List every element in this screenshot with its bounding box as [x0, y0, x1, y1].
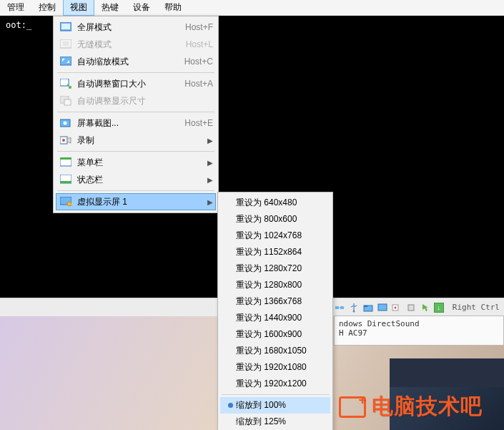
autosize-icon — [59, 78, 73, 89]
record-icon — [59, 135, 73, 146]
menu-virtual-display-1[interactable]: 虚拟显示屏 1 ▶ — [56, 193, 216, 210]
menu-item-label: 菜单栏 — [77, 157, 206, 169]
menu-statusbar[interactable]: 状态栏 ▶ — [56, 171, 216, 188]
menu-seamless: 无缝模式 Host+L — [56, 36, 216, 53]
menu-separator — [57, 151, 214, 152]
menu-screenshot[interactable]: 屏幕截图... Host+E — [56, 114, 216, 132]
menu-item-label: 无缝模式 — [77, 39, 170, 51]
terminal-text: oot:_ — [6, 20, 31, 30]
fullscreen-icon — [59, 21, 73, 33]
menu-item-label: 全屏模式 — [77, 21, 170, 34]
submenu-arrow-icon: ▶ — [206, 176, 213, 184]
menu-separator — [222, 394, 329, 395]
scale-100[interactable]: 缩放到 100% — [220, 397, 330, 414]
menu-manage[interactable]: 管理 — [0, 0, 31, 16]
menu-item-label: 自动调整窗口大小 — [77, 78, 170, 90]
status-shared-folder-icon[interactable] — [362, 302, 374, 313]
status-display-icon[interactable] — [377, 302, 388, 313]
menu-item-label: 自动调整显示尺寸 — [77, 95, 170, 107]
resize-1920x1200[interactable]: 重设为 1920x1200 — [220, 376, 330, 392]
submenu-label: 缩放到 125% — [236, 416, 286, 428]
menubar-toggle-icon — [59, 157, 73, 168]
svg-rect-22 — [340, 306, 344, 309]
submenu-label: 重设为 1920x1200 — [236, 378, 307, 390]
menu-auto-resize-window[interactable]: 自动调整窗口大小 Host+A — [56, 75, 216, 92]
menu-item-shortcut: Host+A — [170, 79, 213, 89]
audio-info-line: H AC97 — [339, 328, 499, 338]
svg-rect-21 — [335, 306, 339, 309]
svg-rect-30 — [408, 305, 414, 311]
resize-1366x768[interactable]: 重设为 1366x768 — [220, 293, 330, 310]
resize-guest-icon — [59, 95, 73, 107]
hostkey-label: Right Ctrl — [453, 303, 500, 312]
menu-view[interactable]: 视图 — [63, 0, 94, 16]
menu-help[interactable]: 帮助 — [157, 0, 189, 16]
resize-1280x720[interactable]: 重设为 1280x720 — [220, 260, 330, 277]
host-desktop-fragment — [390, 358, 504, 387]
status-record-icon[interactable] — [391, 302, 402, 313]
audio-info-panel: ndows DirectSound H AC97 — [334, 316, 504, 346]
virtual-display-submenu: 重设为 640x480 重设为 800x600 重设为 1024x768 重设为… — [217, 192, 333, 430]
menu-fullscreen[interactable]: 全屏模式 Host+F — [56, 19, 216, 36]
svg-rect-3 — [63, 41, 69, 46]
menu-control[interactable]: 控制 — [31, 0, 63, 16]
menu-item-shortcut: Host+F — [170, 22, 213, 32]
menu-separator — [57, 72, 214, 73]
menu-record[interactable]: 录制 ▶ — [56, 132, 216, 149]
svg-point-17 — [67, 202, 71, 206]
resize-1024x768[interactable]: 重设为 1024x768 — [220, 228, 330, 244]
status-cpu-icon[interactable] — [405, 302, 417, 313]
submenu-label: 重设为 1152x864 — [236, 246, 302, 258]
submenu-arrow-icon: ▶ — [206, 137, 213, 145]
resize-1280x800[interactable]: 重设为 1280x800 — [220, 277, 330, 293]
resize-800x600[interactable]: 重设为 800x600 — [220, 211, 330, 228]
resize-1440x900[interactable]: 重设为 1440x900 — [220, 310, 330, 326]
menu-item-label: 虚拟显示屏 1 — [77, 196, 206, 208]
watermark-text: 电脑技术吧 — [372, 392, 483, 421]
resize-1600x900[interactable]: 重设为 1600x900 — [220, 326, 330, 343]
submenu-label: 重设为 1366x768 — [236, 295, 302, 308]
status-network-icon[interactable] — [334, 302, 345, 313]
display-icon — [59, 196, 73, 207]
menu-item-shortcut: Host+L — [170, 39, 213, 49]
status-mouse-icon[interactable] — [420, 302, 431, 313]
svg-rect-7 — [64, 99, 71, 105]
svg-point-24 — [352, 310, 355, 312]
scale-125[interactable]: 缩放到 125% — [220, 414, 330, 430]
menu-item-label: 自动缩放模式 — [77, 56, 170, 68]
menu-auto-resize-guest: 自动调整显示尺寸 — [56, 92, 216, 109]
menu-item-shortcut: Host+C — [170, 57, 213, 67]
watermark: 电脑技术吧 — [339, 392, 483, 421]
submenu-label: 重设为 640x480 — [236, 197, 297, 209]
submenu-label: 重设为 1920x1080 — [236, 361, 307, 373]
selected-mark-icon — [224, 403, 236, 408]
svg-rect-26 — [364, 306, 367, 307]
menu-menubar[interactable]: 菜单栏 ▶ — [56, 154, 216, 171]
submenu-arrow-icon: ▶ — [206, 198, 213, 206]
submenu-label: 重设为 1280x800 — [236, 279, 302, 291]
resize-640x480[interactable]: 重设为 640x480 — [220, 195, 330, 211]
menu-hotkey[interactable]: 热键 — [94, 0, 126, 16]
svg-rect-1 — [61, 24, 70, 29]
status-usb-icon[interactable] — [348, 302, 360, 313]
submenu-label: 重设为 1280x720 — [236, 263, 302, 275]
menu-devices[interactable]: 设备 — [126, 0, 157, 16]
resize-1152x864[interactable]: 重设为 1152x864 — [220, 244, 330, 260]
resize-1920x1080[interactable]: 重设为 1920x1080 — [220, 359, 330, 376]
scale-icon — [59, 56, 73, 67]
menubar: 管理 控制 视图 热键 设备 帮助 — [0, 0, 504, 16]
submenu-label: 重设为 1680x1050 — [236, 345, 307, 357]
view-menu-dropdown: 全屏模式 Host+F 无缝模式 Host+L 自动缩放模式 Host+C 自动… — [53, 16, 219, 213]
submenu-label: 缩放到 100% — [236, 399, 286, 411]
statusbar-toggle-icon — [59, 174, 73, 185]
hostkey-indicator-icon: ↓ — [434, 303, 444, 313]
watermark-icon — [339, 396, 366, 418]
resize-1680x1050[interactable]: 重设为 1680x1050 — [220, 343, 330, 359]
submenu-arrow-icon: ▶ — [206, 159, 213, 167]
menu-item-label: 录制 — [77, 135, 206, 147]
menu-scaled[interactable]: 自动缩放模式 Host+C — [56, 53, 216, 70]
menu-separator — [57, 112, 214, 112]
menu-item-label: 状态栏 — [77, 174, 206, 186]
svg-point-9 — [64, 122, 67, 125]
svg-rect-27 — [378, 304, 387, 311]
